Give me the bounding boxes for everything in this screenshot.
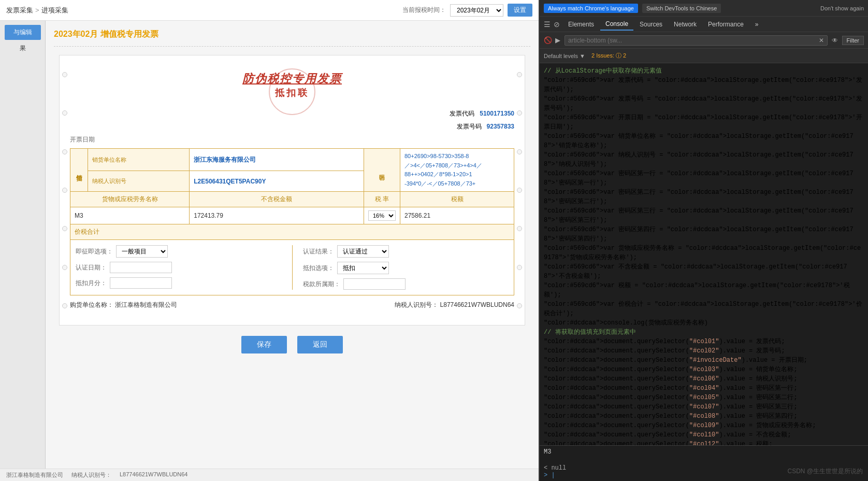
status-company: 浙江泰格制造有限公司 [6, 471, 63, 479]
instant-label: 即征即选项： [76, 247, 113, 256]
buyer-tax-id-value: L87746621W7WBLUDN64 [440, 301, 514, 308]
toolbar-icons: 🚫 ▶ [544, 36, 560, 44]
code-line: "color:#dcdcaa">document.querySelector("… [544, 430, 864, 440]
code-scroll-area[interactable]: // 从LocalStorage中获取存储的元素值"color:#569cd6"… [540, 63, 868, 445]
invoice-holes-right [514, 55, 525, 325]
total-label: 价税合计 [75, 228, 99, 235]
back-button[interactable]: 返回 [297, 336, 343, 353]
code-line: "color:#569cd6">var 货物或应税劳务名称 = "color:#… [544, 244, 864, 262]
items-data-row: M3 172413.79 16% 27586.21 [70, 207, 514, 224]
invoice-number-label: 发票号码 92357833 [457, 122, 514, 131]
tax-rate-label-cell: 税 率 [364, 192, 400, 207]
sidebar-nav-result[interactable]: 果 [5, 41, 41, 56]
clear-icon[interactable]: 🚫 [544, 36, 552, 44]
devtools-top-bar: Always match Chrome's language Switch De… [540, 0, 868, 17]
tax-period-input[interactable] [343, 278, 406, 290]
tax-rate-select[interactable]: 16% [368, 210, 396, 221]
form-divider [292, 245, 293, 290]
invoice-number-value: 92357833 [487, 123, 514, 130]
tax-amount-value: 27586.21 [404, 212, 430, 219]
invoice-date-row: 开票日期 [70, 135, 514, 144]
tab-elements[interactable]: Elements [563, 19, 599, 30]
tab-more[interactable]: » [750, 19, 764, 30]
main-app: 发票采集 > 进项采集 当前报税时间： 2023年02月 设置 与编辑 果 20… [0, 0, 539, 481]
date-area: 当前报税时间： 2023年02月 设置 [402, 4, 532, 17]
eye-icon[interactable]: 👁 [832, 37, 838, 44]
code-line: "color:#dcdcaa">console.log(货物或应税劳务名称) [544, 318, 864, 328]
code-line: "color:#dcdcaa">document.querySelector("… [544, 374, 864, 384]
hole [517, 226, 522, 231]
code-line: "color:#dcdcaa">document.querySelector("… [544, 356, 864, 365]
lang-btn-chinese[interactable]: Switch DevTools to Chinese [642, 4, 721, 13]
tab-performance[interactable]: Performance [703, 19, 749, 30]
deduct-month-row: 抵扣月分： [76, 277, 282, 289]
sidebar-nav-edit[interactable]: 与编辑 [5, 25, 41, 40]
devtools-inspect-icon[interactable]: ⊘ [554, 20, 560, 29]
filter-button[interactable]: Filter [842, 36, 864, 45]
items-header-row: 货物或应税劳务名称 不含税金额 税 率 税额 [70, 192, 514, 207]
form-left: 即征即选项： 一般项目 认证日期： 抵扣月分： [76, 245, 282, 290]
tax-rate-value-cell[interactable]: 16% [364, 207, 400, 224]
goods-label: 货物或应税劳务名称 [102, 195, 158, 203]
tax-period-row: 税款所属期： [303, 278, 509, 290]
stamp-circle [269, 68, 315, 115]
search-input[interactable] [568, 37, 817, 44]
cert-result-row: 认证结果： 认证通过 [303, 245, 509, 258]
date-label: 当前报税时间： [402, 6, 446, 15]
seller-name-value-cell: 浙江东海服务有限公司 [190, 149, 364, 171]
instant-select[interactable]: 一般项目 [116, 245, 168, 258]
code-line: "color:#dcdcaa">document.querySelector("… [544, 365, 864, 374]
invoice-header: 防伪税控专用发票 抵扣联 [70, 66, 514, 109]
code-line: "color:#569cd6">var 密码区第三行 = "color:#dcd… [544, 206, 864, 225]
csdn-watermark: CSDN @生生世世是所说的 [787, 467, 863, 476]
invoice-date-label: 开票日期 [70, 135, 95, 144]
deduct-month-input[interactable] [110, 277, 172, 289]
tab-console[interactable]: Console [600, 18, 633, 31]
save-button[interactable]: 保存 [241, 336, 287, 353]
settings-button[interactable]: 设置 [508, 4, 532, 17]
page-title: 2023年02月 增值税专用发票 [54, 29, 530, 40]
code-line: "color:#569cd6">var 密码区第二行 = "color:#dcd… [544, 188, 864, 206]
amount-value-cell: 172413.79 [190, 207, 364, 224]
lang-btn-chrome[interactable]: Always match Chrome's language [544, 4, 638, 13]
deduct-option-select[interactable]: 抵扣 [337, 262, 389, 274]
tab-network[interactable]: Network [669, 19, 702, 30]
default-levels[interactable]: Default levels ▼ [544, 53, 585, 59]
sidebar: 与编辑 果 [0, 21, 46, 469]
cert-result-select[interactable]: 认证通过 [337, 245, 389, 258]
deduct-option-label: 抵扣选项： [303, 264, 334, 273]
cert-date-input[interactable] [110, 262, 172, 273]
top-bar: 发票采集 > 进项采集 当前报税时间： 2023年02月 设置 [0, 0, 539, 21]
tax-period-label: 税款所属期： [303, 280, 340, 289]
filter-toggle-icon[interactable]: ▶ [555, 36, 560, 44]
main-content: 2023年02月 增值税专用发票 [46, 21, 539, 469]
status-tax-id-label: 纳税人识别号： [71, 471, 111, 479]
breadcrumb-item-2[interactable]: 进项采集 [41, 6, 68, 15]
hole [62, 72, 67, 77]
search-clear-icon[interactable]: ✕ [819, 37, 824, 44]
action-buttons: 保存 返回 [54, 326, 530, 364]
form-right: 认证结果： 认证通过 抵扣选项： 抵扣 税款所属期： [303, 245, 509, 290]
cipher-label-cell: 密码区 [364, 149, 400, 192]
dont-show-link[interactable]: Don't show again [820, 5, 864, 11]
breadcrumb-item-1[interactable]: 发票采集 [6, 6, 33, 15]
buyer-tax-id: 纳税人识别号： L87746621W7WBLUDN64 [395, 301, 514, 309]
seller-row: 销货单位 销货单位名称 浙江东海服务有限公司 密码区 [70, 149, 514, 171]
devtools-cursor-icon[interactable]: ☰ [544, 20, 551, 29]
tax-amount-value-cell: 27586.21 [400, 207, 514, 224]
hole [517, 303, 522, 308]
levels-bar: Default levels ▼ 2 Issues: ⓘ 2 [540, 49, 868, 63]
total-label-cell: 价税合计 [70, 224, 514, 240]
tax-rate-label: 税 率 [375, 195, 389, 203]
tab-sources[interactable]: Sources [634, 19, 668, 30]
hole [62, 110, 67, 116]
bottom-status-bar: 浙江泰格制造有限公司 纳税人识别号： L87746621W7WBLUDN64 [0, 469, 539, 481]
status-tax-id-value: L87746621W7WBLUDN64 [120, 471, 187, 479]
code-line: "color:#569cd6">var 价税合计 = "color:#dcdca… [544, 300, 864, 318]
issues-count[interactable]: 2 Issues: ⓘ 2 [591, 52, 626, 60]
instant-row: 即征即选项： 一般项目 [76, 245, 282, 258]
date-select[interactable]: 2023年02月 [450, 4, 503, 17]
cert-date-label: 认证日期： [76, 263, 107, 272]
hole [62, 149, 67, 154]
hole [517, 149, 522, 154]
